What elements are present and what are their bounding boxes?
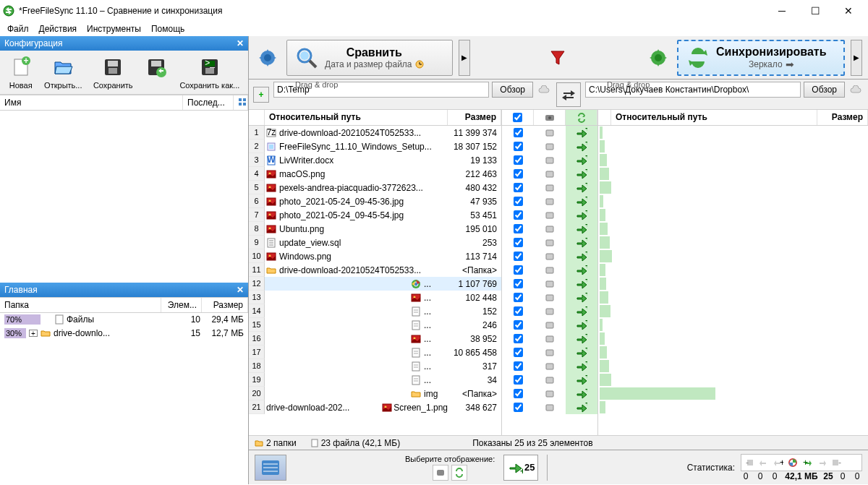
right-row[interactable] bbox=[598, 277, 868, 291]
file-row[interactable]: 6photo_2021-05-24_09-45-36.jpg47 935 bbox=[249, 194, 501, 208]
right-row[interactable] bbox=[598, 318, 868, 332]
file-row[interactable]: 3WLivWriter.docx19 133 bbox=[249, 153, 501, 167]
file-row[interactable]: 4macOS.png212 463 bbox=[249, 167, 501, 181]
file-row[interactable]: 8Ubuntu.png195 010 bbox=[249, 222, 501, 236]
create-right-button[interactable]: + 25 bbox=[503, 455, 538, 481]
save-as-sync-button[interactable]: . bbox=[144, 55, 169, 90]
mid-row[interactable]: + bbox=[502, 167, 597, 181]
open-config-button[interactable]: Открыть... bbox=[44, 55, 82, 90]
display-sync[interactable] bbox=[451, 465, 467, 481]
main-row[interactable]: 70%Файлы1029,4 МБ bbox=[0, 313, 248, 327]
file-row[interactable]: 15...246 bbox=[249, 318, 501, 332]
file-row[interactable]: 19...34 bbox=[249, 373, 501, 387]
filter-button[interactable] bbox=[545, 45, 571, 71]
mid-row[interactable]: + bbox=[502, 332, 597, 345]
action-col-header[interactable] bbox=[566, 110, 597, 125]
right-row[interactable] bbox=[598, 153, 868, 167]
mid-row[interactable]: + bbox=[502, 263, 597, 277]
right-row[interactable] bbox=[598, 263, 868, 277]
compare-button[interactable]: Сравнить Дата и размер файла bbox=[286, 40, 453, 76]
right-row[interactable] bbox=[598, 387, 868, 400]
right-row[interactable] bbox=[598, 373, 868, 387]
minimize-button[interactable]: ─ bbox=[765, 0, 799, 22]
menu-tools[interactable]: Инструменты bbox=[82, 22, 145, 35]
menu-help[interactable]: Помощь bbox=[147, 22, 189, 35]
file-row[interactable]: 11drive-download-20210524T052533...<Папк… bbox=[249, 263, 501, 277]
file-row[interactable]: 20img<Папка> bbox=[249, 387, 501, 400]
right-row[interactable] bbox=[598, 208, 868, 222]
file-row[interactable]: 2FreeFileSync_11.10_Windows_Setup...18 3… bbox=[249, 140, 501, 153]
mid-row[interactable]: + bbox=[502, 400, 597, 414]
file-row[interactable]: 16...38 952 bbox=[249, 332, 501, 345]
sync-button[interactable]: Синхронизировать Зеркало ➡ bbox=[677, 40, 845, 76]
main-panel-close[interactable]: ✕ bbox=[237, 285, 244, 295]
right-row[interactable] bbox=[598, 236, 868, 249]
config-panel-close[interactable]: ✕ bbox=[237, 38, 244, 48]
right-file-list[interactable] bbox=[598, 126, 868, 435]
right-row[interactable] bbox=[598, 345, 868, 359]
config-list-options-icon[interactable] bbox=[234, 95, 248, 110]
file-row[interactable]: 5pexels-andrea-piacquadio-3772623...480 … bbox=[249, 181, 501, 194]
main-row[interactable]: 30%+drive-downlo...1512,7 МБ bbox=[0, 327, 248, 340]
mid-row[interactable]: + bbox=[502, 359, 597, 373]
mid-row[interactable]: + bbox=[502, 140, 597, 153]
display-left-only[interactable] bbox=[433, 465, 448, 481]
compare-settings-icon[interactable] bbox=[255, 45, 281, 71]
save-as-batch-button[interactable]: >_ Сохранить как... bbox=[179, 55, 239, 90]
mid-row[interactable]: + bbox=[502, 236, 597, 249]
mid-row[interactable]: + bbox=[502, 222, 597, 236]
category-col-header[interactable] bbox=[534, 110, 566, 125]
right-row[interactable] bbox=[598, 332, 868, 345]
new-config-button[interactable]: + Новая bbox=[9, 55, 33, 90]
mid-row[interactable]: + bbox=[502, 249, 597, 263]
right-cloud-button[interactable] bbox=[848, 82, 864, 98]
mid-row[interactable]: + bbox=[502, 181, 597, 194]
file-row[interactable]: 14...152 bbox=[249, 304, 501, 318]
file-row[interactable]: 13...102 448 bbox=[249, 291, 501, 304]
mid-row[interactable]: + bbox=[502, 387, 597, 400]
file-row[interactable]: 17...10 865 458 bbox=[249, 345, 501, 359]
right-row[interactable] bbox=[598, 222, 868, 236]
file-row[interactable]: 21drive-download-202...Screen_1.png348 6… bbox=[249, 400, 501, 414]
swap-button[interactable] bbox=[556, 82, 581, 107]
right-row[interactable] bbox=[598, 126, 868, 140]
sync-dropdown[interactable]: ▶ bbox=[851, 40, 862, 76]
compare-dropdown[interactable]: ▶ bbox=[459, 40, 470, 76]
close-button[interactable]: ✕ bbox=[832, 0, 865, 22]
sync-settings-icon[interactable] bbox=[645, 45, 671, 71]
left-browse-button[interactable]: Обзор bbox=[492, 82, 533, 98]
save-config-button[interactable]: Сохранить bbox=[93, 55, 133, 90]
menu-file[interactable]: Файл bbox=[3, 22, 33, 35]
right-row[interactable] bbox=[598, 304, 868, 318]
mid-row[interactable]: + bbox=[502, 194, 597, 208]
file-row[interactable]: 18...317 bbox=[249, 359, 501, 373]
mid-row[interactable]: + bbox=[502, 291, 597, 304]
checkbox-col-header[interactable] bbox=[502, 110, 534, 125]
left-file-list[interactable]: 17zdrive-download-20210524T052533...11 3… bbox=[249, 126, 501, 435]
mid-row[interactable]: + bbox=[502, 153, 597, 167]
right-row[interactable] bbox=[598, 359, 868, 373]
mid-row[interactable]: + bbox=[502, 208, 597, 222]
left-cloud-button[interactable] bbox=[536, 82, 552, 98]
file-row[interactable]: 12...1 107 769 bbox=[249, 277, 501, 291]
right-row[interactable] bbox=[598, 194, 868, 208]
file-row[interactable]: 9update_view.sql253 bbox=[249, 236, 501, 249]
right-row[interactable] bbox=[598, 291, 868, 304]
right-row[interactable] bbox=[598, 249, 868, 263]
mid-row[interactable]: + bbox=[502, 318, 597, 332]
right-row[interactable] bbox=[598, 167, 868, 181]
mid-row[interactable]: + bbox=[502, 277, 597, 291]
file-row[interactable]: 10Windows.png113 714 bbox=[249, 249, 501, 263]
mid-row[interactable]: + bbox=[502, 345, 597, 359]
maximize-button[interactable]: ☐ bbox=[799, 0, 832, 22]
file-row[interactable]: 17zdrive-download-20210524T052533...11 3… bbox=[249, 126, 501, 140]
right-row[interactable] bbox=[598, 181, 868, 194]
view-mode-button[interactable] bbox=[255, 455, 286, 481]
mid-row[interactable]: + bbox=[502, 126, 597, 140]
file-row[interactable]: 7photo_2021-05-24_09-45-54.jpg53 451 bbox=[249, 208, 501, 222]
right-row[interactable] bbox=[598, 140, 868, 153]
right-row[interactable] bbox=[598, 400, 868, 414]
menu-actions[interactable]: Действия bbox=[35, 22, 82, 35]
mid-row[interactable]: + bbox=[502, 304, 597, 318]
mid-row[interactable]: + bbox=[502, 373, 597, 387]
